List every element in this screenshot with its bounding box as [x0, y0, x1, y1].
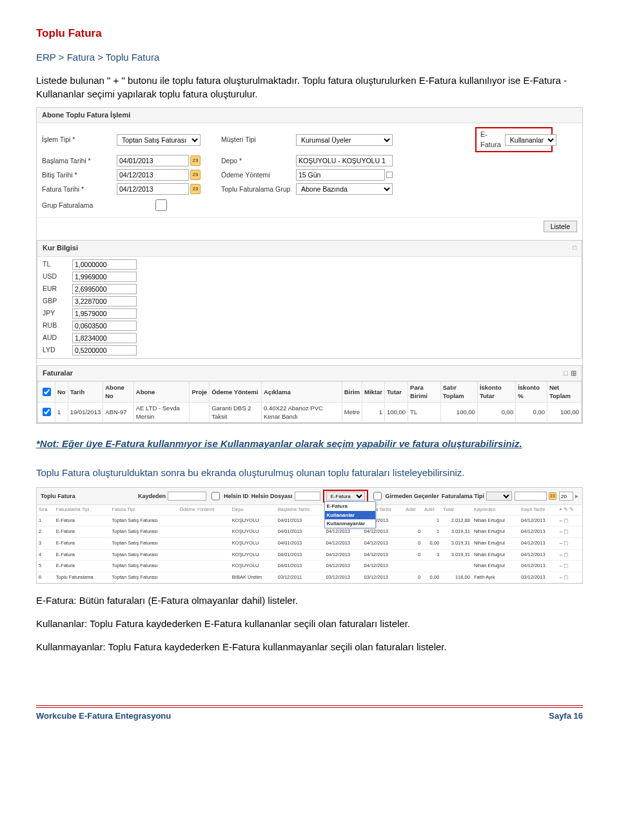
list-icon-2[interactable]: ⊞: [571, 369, 576, 377]
col-header: Başlama Tarihi: [276, 505, 324, 515]
input-odeme[interactable]: [296, 169, 385, 181]
table-row: 1 19/01/2013 ABN-97 AE LTD - Sevda Mersi…: [38, 402, 582, 423]
action-icon[interactable]: □: [564, 517, 567, 524]
select-islem-tipi[interactable]: Toptan Satış Faturası: [117, 134, 201, 146]
table-row: 6Toplu FaturalamaToptan Satış FaturasıBI…: [37, 572, 582, 583]
col-header: Fatura Tipi: [110, 505, 178, 515]
label-helsin-dosya: Helsin Dosyası: [251, 492, 293, 501]
input-date-filter[interactable]: [515, 492, 547, 501]
input-depo[interactable]: [296, 155, 393, 166]
exp-kullananlar: Kullananlar: Toplu Fatura kaydederken E-…: [36, 617, 583, 630]
checkbox-helsin[interactable]: [211, 492, 220, 501]
table-row: 4E-FaturaToptan Satış FaturasıKOŞUYOLU04…: [37, 549, 582, 561]
delete-icon[interactable]: −: [559, 528, 562, 535]
label-baslama: Başlama Tarihi *: [42, 156, 113, 166]
select-all-checkbox[interactable]: [43, 388, 51, 396]
expand-icon[interactable]: □: [573, 243, 576, 253]
para-2: Toplu Fatura oluşturulduktan sonra bu ek…: [36, 466, 583, 479]
input-bitis[interactable]: [117, 169, 189, 181]
calendar-icon[interactable]: 23: [190, 155, 201, 166]
col-header: Ödeme Yöntemi: [177, 505, 230, 515]
dropdown-option[interactable]: Kullanmayanlar: [325, 519, 375, 528]
checkbox-girmeden[interactable]: [373, 492, 382, 501]
select-efatura[interactable]: Kullananlar: [505, 134, 556, 146]
action-icon[interactable]: □: [564, 574, 567, 581]
col-header: Tarih: [68, 382, 103, 403]
table-row: 5E-FaturaToptan Satış FaturasıKOŞUYOLU04…: [37, 561, 582, 572]
select-fat-tip[interactable]: [486, 492, 512, 501]
list-icon[interactable]: □: [564, 369, 568, 377]
checkbox-grup-faturalama[interactable]: [119, 199, 203, 211]
col-header: Faturalama Tipi: [54, 505, 110, 515]
label-fatura: Fatura Tarihi *: [42, 185, 113, 194]
table-row: 3E-FaturaToptan Satış FaturasıKOŞUYOLU04…: [37, 538, 582, 550]
kur-code: TL: [43, 259, 68, 269]
page-title: Toplu Fatura: [36, 26, 583, 41]
col-header: Depo: [230, 505, 276, 515]
action-icon[interactable]: ✎: [569, 506, 574, 512]
kur-value[interactable]: [72, 321, 137, 331]
action-icon[interactable]: □: [564, 552, 567, 558]
exp-kullanmayanlar: Kullanmayanlar: Toplu Fatura kaydederken…: [36, 640, 583, 654]
calendar-icon[interactable]: 23: [549, 492, 556, 500]
col-header: Açıklama: [261, 382, 342, 403]
add-icon[interactable]: +: [559, 506, 562, 512]
col-header: Proje: [190, 382, 210, 403]
delete-icon[interactable]: −: [559, 552, 562, 558]
table-row: 1E-FaturaToptan Satış FaturasıKOŞUYOLU04…: [37, 515, 582, 526]
input-kaydeden[interactable]: [168, 492, 206, 501]
delete-icon[interactable]: −: [559, 540, 562, 546]
action-icon[interactable]: □: [564, 540, 567, 546]
action-icon[interactable]: □: [564, 528, 567, 535]
calendar-icon[interactable]: 23: [190, 184, 201, 194]
input-baslama[interactable]: [117, 155, 189, 166]
footer: Workcube E-Fatura Entegrasyonu Sayfa 16: [36, 705, 583, 722]
panel-abone-toplu-fatura: Abone Toplu Fatura İşlemi İşlem Tipi * T…: [36, 107, 583, 425]
action-icon[interactable]: ✎: [564, 506, 568, 512]
label-girmeden: Girmeden Geçenler: [386, 492, 439, 501]
col-header: Adet: [422, 505, 441, 515]
delete-icon[interactable]: −: [559, 517, 562, 524]
kur-value[interactable]: [72, 345, 137, 355]
kur-value[interactable]: [72, 259, 137, 270]
efatura-highlight: E-Fatura Kullananlar: [475, 127, 553, 152]
kur-code: EUR: [43, 284, 68, 294]
note: *Not: Eğer üye E-Fatura kullanmıyor ise …: [36, 437, 583, 450]
kur-value[interactable]: [72, 284, 137, 294]
input-fatura[interactable]: [117, 183, 189, 195]
col-header: [38, 382, 55, 403]
calendar-icon[interactable]: 23: [190, 170, 201, 180]
col-header: Ödeme Yöntemi: [210, 382, 262, 403]
play-icon[interactable]: ▸: [575, 492, 578, 501]
dropdown-option[interactable]: E-Fatura: [325, 502, 375, 510]
input-helsin-dosya[interactable]: [295, 492, 320, 501]
select-toplu-grup[interactable]: Abone Bazında: [296, 183, 393, 195]
label-depo: Depo *: [221, 156, 292, 166]
kur-value[interactable]: [72, 296, 137, 306]
col-header: Para Birimi: [408, 382, 441, 403]
listele-button[interactable]: Listele: [544, 221, 577, 232]
label-efatura: E-Fatura: [480, 130, 501, 150]
kur-code: GBP: [43, 296, 68, 306]
kur-value[interactable]: [72, 272, 137, 282]
select-musteri-tipi[interactable]: Kurumsal Üyeler: [296, 134, 393, 146]
label-bitis: Bitiş Tarihi *: [42, 170, 113, 180]
action-icon[interactable]: □: [564, 563, 567, 569]
col-header: Abone: [133, 382, 190, 403]
kur-value[interactable]: [72, 333, 137, 343]
row-checkbox[interactable]: [43, 408, 51, 416]
breadcrumb: ERP > Fatura > Toplu Fatura: [36, 50, 583, 64]
col-header: Adet: [404, 505, 422, 515]
select-efatura-filter[interactable]: E-Fatura: [326, 492, 365, 501]
label-grup-faturalama: Grup Faturalama: [42, 201, 113, 210]
kur-code: LYD: [43, 345, 68, 355]
kur-value[interactable]: [72, 308, 137, 319]
delete-icon[interactable]: −: [559, 574, 562, 581]
lookup-icon[interactable]: [386, 172, 393, 178]
col-header: Kaydeden: [472, 505, 519, 515]
para-1: Listede bulunan " + " butonu ile toplu f…: [36, 74, 583, 101]
col-header: Miktar: [362, 382, 385, 403]
input-page-size[interactable]: [559, 492, 573, 501]
dropdown-option[interactable]: Kullananlar: [325, 511, 375, 519]
delete-icon[interactable]: −: [559, 563, 562, 569]
